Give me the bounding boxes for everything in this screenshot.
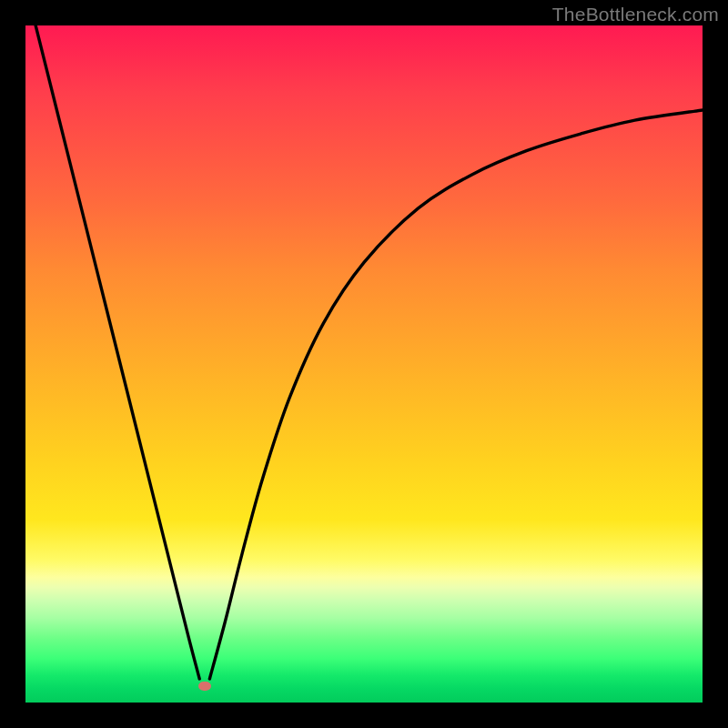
plot-area	[25, 25, 703, 703]
optimum-marker-dot	[198, 682, 211, 691]
bottleneck-curve	[25, 25, 703, 703]
curve-path	[35, 25, 703, 679]
watermark-text: TheBottleneck.com	[552, 4, 719, 25]
